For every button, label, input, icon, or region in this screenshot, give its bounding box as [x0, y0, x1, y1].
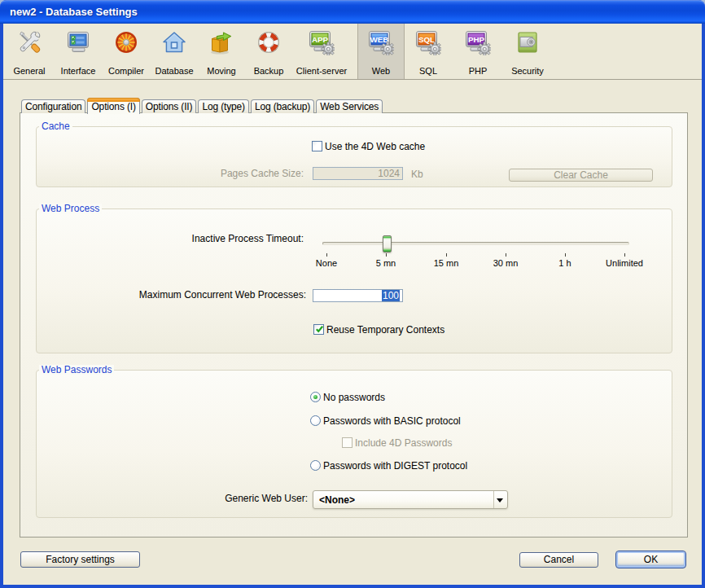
window-title: new2 - Database Settings: [10, 6, 138, 18]
generic-web-user-combobox[interactable]: <None>: [313, 490, 508, 509]
cache-group-title: Cache: [39, 121, 72, 132]
cache-size-unit-label: Kb: [411, 169, 423, 180]
tab-label: Web Services: [320, 101, 379, 112]
dropdown-arrow-icon: [497, 498, 503, 502]
reuse-contexts-label: Reuse Temporary Contexts: [326, 324, 444, 336]
sql-monitor-icon: SQL: [415, 29, 441, 55]
toolbar-item-label: Compiler: [103, 66, 150, 76]
radio-dot: [313, 395, 317, 399]
slider-tick: [624, 253, 625, 257]
ok-button[interactable]: OK: [615, 551, 686, 568]
lifebuoy-icon: [256, 29, 282, 55]
toolbar-item-backup[interactable]: Backup: [247, 24, 290, 79]
toolbar-item-label: Client-server: [285, 66, 358, 76]
tick-label-5mn: 5 mn: [376, 258, 396, 268]
tab-configuration[interactable]: Configuration: [21, 99, 85, 113]
ok-button-label: OK: [644, 554, 658, 565]
toolbar-item-interface[interactable]: Interface: [54, 24, 103, 79]
tick-label-30mn: 30 mn: [493, 258, 519, 268]
toolbar-item-web[interactable]: WEB Web: [357, 24, 405, 79]
safe-icon: [515, 29, 541, 55]
combobox-dropdown-button[interactable]: [493, 491, 507, 508]
toolbar-item-label: Security: [503, 66, 552, 76]
tab-web-services[interactable]: Web Services: [316, 99, 383, 113]
reuse-contexts-checkbox[interactable]: [313, 324, 324, 335]
clear-cache-button-label: Clear Cache: [554, 169, 608, 181]
tick-label-unlimited: Unlimited: [606, 258, 643, 268]
basic-protocol-label: Passwords with BASIC protocol: [323, 415, 461, 427]
no-passwords-label: No passwords: [323, 392, 385, 403]
options-pane: Cache Use the 4D Web cache Pages Cache S…: [20, 112, 688, 538]
toolbar-item-security[interactable]: Security: [503, 24, 552, 79]
php-monitor-icon: PHP: [465, 29, 491, 55]
database-icon: [161, 29, 187, 55]
tab-label: Log (type): [202, 101, 245, 112]
digest-protocol-label: Passwords with DIGEST protocol: [323, 460, 467, 472]
titlebar[interactable]: new2 - Database Settings: [0, 0, 705, 24]
tab-options-1[interactable]: Options (I): [87, 98, 139, 114]
tick-label-15mn: 15 mn: [434, 258, 459, 268]
clear-cache-button[interactable]: Clear Cache: [509, 169, 653, 182]
cancel-button-label: Cancel: [544, 554, 574, 565]
include-4d-passwords-label: Include 4D Passwords: [355, 437, 452, 449]
slider-tick: [326, 253, 327, 257]
generic-web-user-value: <None>: [319, 494, 355, 506]
generic-web-user-label: Generic Web User:: [145, 493, 308, 504]
pages-cache-size-value: 1024: [378, 168, 400, 179]
toolbar-item-compiler[interactable]: Compiler: [103, 24, 150, 79]
pages-cache-size-label: Pages Cache Size:: [141, 168, 304, 179]
svg-text:WEB: WEB: [370, 35, 389, 44]
pages-cache-size-input[interactable]: 1024: [313, 167, 403, 180]
tick-label-none: None: [316, 258, 337, 268]
moving-box-icon: [208, 29, 234, 55]
check-icon: [315, 325, 324, 334]
settings-toolbar: General: [3, 24, 702, 80]
toolbar-item-database[interactable]: Database: [149, 24, 199, 79]
use-web-cache-checkbox[interactable]: [312, 141, 322, 151]
toolbar-item-label: Backup: [247, 66, 290, 76]
use-web-cache-label: Use the 4D Web cache: [325, 141, 425, 152]
cancel-button[interactable]: Cancel: [519, 552, 598, 568]
app-monitor-icon: APP: [309, 29, 335, 55]
toolbar-item-client-server[interactable]: APP Client-server: [285, 24, 358, 79]
svg-text:PHP: PHP: [468, 35, 485, 44]
toolbar-item-moving[interactable]: Moving: [200, 24, 243, 79]
tab-label: Configuration: [25, 101, 81, 112]
toolbar-item-label: Database: [149, 66, 199, 76]
digest-protocol-radio[interactable]: [310, 460, 321, 471]
tab-label: Log (backup): [255, 101, 310, 112]
tab-log-type[interactable]: Log (type): [198, 99, 249, 113]
svg-text:SQL: SQL: [418, 35, 435, 44]
tab-label: Options (II): [146, 101, 193, 112]
toolbar-item-label: Web: [358, 66, 404, 76]
timeout-slider-track[interactable]: [322, 242, 629, 245]
toolbar-item-general[interactable]: General: [7, 24, 52, 79]
svg-text:APP: APP: [312, 35, 329, 44]
toolbar-item-label: SQL: [409, 66, 448, 76]
toolbar-item-php[interactable]: PHP PHP: [458, 24, 497, 79]
toolbar-item-sql[interactable]: SQL SQL: [409, 24, 448, 79]
basic-protocol-radio[interactable]: [310, 415, 321, 426]
tab-log-backup[interactable]: Log (backup): [251, 99, 314, 113]
max-processes-input[interactable]: 100: [313, 289, 403, 302]
factory-settings-button[interactable]: Factory settings: [20, 551, 140, 568]
cache-groupbox: Cache Use the 4D Web cache Pages Cache S…: [36, 126, 672, 187]
tab-label: Options (I): [91, 101, 135, 112]
settings-tabstrip: Configuration Options (I) Options (II) L…: [21, 97, 384, 113]
factory-settings-button-label: Factory settings: [46, 554, 115, 565]
dialog-body: General: [3, 24, 702, 585]
web-passwords-groupbox: Web Passwords No passwords Passwords wit…: [36, 370, 672, 518]
include-4d-passwords-checkbox[interactable]: [342, 437, 352, 448]
no-passwords-radio[interactable]: [310, 392, 321, 402]
slider-tick: [506, 253, 506, 257]
web-process-group-title: Web Process: [39, 204, 102, 214]
inactive-timeout-label: Inactive Process Timeout:: [141, 233, 304, 244]
max-processes-value: 100: [382, 290, 400, 301]
tab-options-2[interactable]: Options (II): [142, 99, 197, 113]
web-process-groupbox: Web Process Inactive Process Timeout: No…: [36, 208, 672, 353]
web-monitor-icon: WEB: [368, 29, 394, 55]
slider-tick: [446, 253, 447, 257]
interface-icon: [65, 29, 91, 55]
tick-label-1h: 1 h: [558, 258, 571, 268]
timeout-slider-thumb[interactable]: [383, 235, 392, 252]
